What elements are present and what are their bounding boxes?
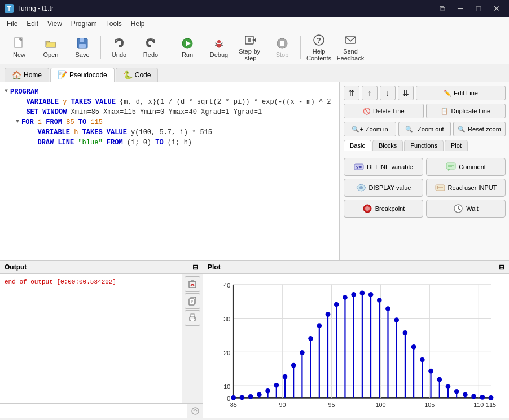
edit-line-btn[interactable]: ✏️ Edit Line: [416, 86, 506, 100]
svg-text:20: 20: [223, 350, 230, 356]
panel-tab-blocks[interactable]: Blocks: [372, 140, 403, 151]
svg-text:90: 90: [279, 401, 286, 408]
define-variable-btn[interactable]: x= DEFINE variable: [344, 158, 423, 176]
zoom-out-icon: 🔍-: [405, 126, 415, 133]
menu-tools[interactable]: Tools: [102, 19, 126, 29]
svg-line-13: [221, 43, 223, 44]
svg-rect-22: [280, 41, 284, 46]
panel-tab-functions[interactable]: Functions: [404, 140, 444, 151]
svg-point-80: [231, 395, 236, 400]
redo-button[interactable]: Redo: [136, 33, 165, 62]
maximize-btn[interactable]: □: [471, 2, 486, 15]
debug-icon: [212, 37, 226, 50]
open-icon: [44, 37, 58, 50]
new-button[interactable]: New: [5, 33, 34, 62]
svg-point-32: [359, 186, 363, 189]
close-btn[interactable]: ✕: [489, 2, 504, 15]
read-input-btn[interactable]: Read user INPUT: [426, 179, 506, 197]
move-up-top-btn[interactable]: ⇈: [344, 86, 359, 100]
menu-file[interactable]: File: [2, 19, 22, 29]
stop-button[interactable]: Stop: [267, 33, 297, 62]
breakpoint-btn[interactable]: Breakpoint: [344, 200, 423, 218]
output-header: Output ⊟: [0, 261, 203, 274]
zoom-in-btn[interactable]: 🔍+ Zoom in: [344, 122, 396, 136]
copy-output-btn[interactable]: [185, 293, 200, 309]
wait-btn[interactable]: Wait: [426, 200, 506, 218]
separator-3: [300, 36, 301, 59]
right-panel: ⇈ ↑ ↓ ⇊ ✏️ Edit Line 🚫 Delete Line 📋 Dup…: [340, 82, 509, 260]
code-editor[interactable]: ▼ PROGRAM VARIABLE y TAKES VALUE {m, d, …: [0, 82, 340, 260]
svg-point-120: [403, 330, 408, 335]
output-minimize-icon[interactable]: ⊟: [192, 263, 198, 271]
svg-point-128: [437, 377, 442, 382]
run-button[interactable]: Run: [173, 33, 202, 62]
code-tab-icon: 🐍: [123, 70, 133, 79]
save-icon: [76, 37, 89, 50]
feedback-button[interactable]: Send Feedback: [336, 33, 365, 62]
output-send-btn[interactable]: [187, 404, 203, 418]
extra-btn[interactable]: ⧉: [435, 2, 450, 15]
svg-point-124: [420, 357, 425, 362]
menu-view[interactable]: View: [43, 19, 67, 29]
svg-point-112: [368, 292, 374, 297]
wait-icon: [453, 204, 463, 214]
svg-text:30: 30: [223, 316, 230, 322]
print-output-btn[interactable]: [185, 310, 200, 326]
display-value-btn[interactable]: DISPLAY value: [344, 179, 423, 197]
tab-bar: 🏠 Home 📝 Pseudocode 🐍 Code: [0, 64, 509, 82]
svg-text:85: 85: [230, 401, 237, 408]
menu-edit[interactable]: Edit: [22, 19, 43, 29]
input-icon: [435, 183, 445, 193]
debug-button[interactable]: Debug: [204, 33, 234, 62]
tab-code[interactable]: 🐍 Code: [116, 68, 159, 82]
stepbystep-button[interactable]: Step-by-step: [236, 33, 265, 62]
title-bar: T Turing - t1.tr ⧉ ─ □ ✕: [0, 0, 509, 17]
output-input-field[interactable]: [0, 404, 187, 418]
app-icon: T: [5, 4, 14, 13]
svg-marker-17: [252, 38, 256, 42]
fold-icon-4[interactable]: ▼: [16, 117, 19, 126]
code-line-1: ▼ PROGRAM: [5, 87, 335, 97]
svg-point-108: [351, 292, 356, 297]
comment-btn[interactable]: Comment: [426, 158, 506, 176]
panel-tab-plot[interactable]: Plot: [445, 140, 468, 151]
svg-rect-52: [191, 314, 194, 317]
move-down-bottom-btn[interactable]: ⇊: [398, 86, 414, 100]
undo-button[interactable]: Undo: [104, 33, 134, 62]
stop-icon: [275, 37, 289, 50]
panel-tab-basic[interactable]: Basic: [344, 140, 371, 151]
svg-point-11: [217, 40, 221, 43]
plot-minimize-icon[interactable]: ⊟: [499, 263, 504, 271]
plot-content: 40 30 20 10 0 85 90 95 100 105 110 115: [203, 274, 509, 418]
reset-zoom-btn[interactable]: 🔍 Reset zoom: [453, 122, 506, 136]
fold-icon-1[interactable]: ▼: [5, 87, 8, 95]
reset-zoom-icon: 🔍: [458, 126, 466, 133]
title-bar-controls: ⧉ ─ □ ✕: [435, 2, 504, 15]
svg-point-122: [411, 344, 416, 350]
delete-line-btn[interactable]: 🚫 Delete Line: [344, 104, 424, 118]
svg-point-94: [291, 363, 296, 368]
code-line-5: VARIABLE h TAKES VALUE y(100, 5.7, i) * …: [5, 127, 335, 138]
duplicate-line-btn[interactable]: 📋 Duplicate Line: [426, 104, 506, 118]
svg-rect-6: [79, 44, 86, 48]
minimize-btn[interactable]: ─: [453, 2, 468, 15]
output-input-row: [0, 403, 203, 418]
svg-point-98: [308, 336, 313, 341]
move-up-btn[interactable]: ↑: [362, 86, 378, 100]
svg-point-138: [480, 395, 485, 400]
move-down-btn[interactable]: ↓: [380, 86, 396, 100]
zoom-out-btn[interactable]: 🔍- Zoom out: [398, 122, 451, 136]
menu-bar: File Edit View Program Tools Help: [0, 17, 509, 30]
open-button[interactable]: Open: [36, 33, 65, 62]
svg-point-86: [257, 392, 262, 397]
svg-text:40: 40: [223, 282, 230, 289]
tab-pseudocode[interactable]: 📝 Pseudocode: [50, 68, 115, 82]
menu-help[interactable]: Help: [126, 19, 150, 29]
clear-output-btn[interactable]: [185, 276, 200, 292]
pencil-icon: ✏️: [444, 90, 451, 97]
help-button[interactable]: ? Help Contents: [304, 33, 334, 62]
tab-home[interactable]: 🏠 Home: [5, 68, 49, 82]
svg-point-82: [240, 395, 245, 400]
save-button[interactable]: Save: [68, 33, 97, 62]
menu-program[interactable]: Program: [67, 19, 102, 29]
